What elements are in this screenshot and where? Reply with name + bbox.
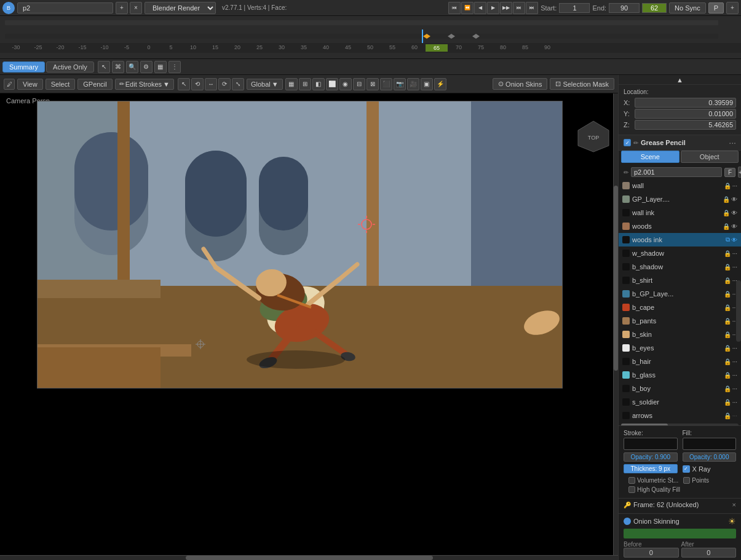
render-engine-dropdown[interactable]: Blender Render (145, 2, 216, 14)
view-menu[interactable]: View (17, 79, 43, 90)
select-mode-icon[interactable]: ↖ (178, 78, 190, 90)
layer-item-arrows[interactable]: arrows 🔒 ··· (619, 409, 741, 422)
lock-icon-wallink[interactable]: 🔒 (723, 210, 730, 216)
v-scrollbar[interactable] (613, 93, 618, 555)
move-icon[interactable]: ↔ (205, 78, 217, 90)
copy-icon-woodsink[interactable]: ⧉ (726, 236, 730, 243)
vp-icon5[interactable]: ◉ (339, 78, 352, 90)
cursor-icon[interactable]: ↖ (98, 61, 110, 73)
nav-next-key-btn[interactable]: ⏭ (513, 2, 525, 14)
f-button[interactable]: F (724, 168, 735, 177)
grid-icon[interactable]: ▦ (154, 61, 167, 73)
lock-icon-bpants[interactable]: 🔒 (724, 318, 731, 325)
nav-prev-btn[interactable]: ◀ (474, 2, 486, 14)
vis-icon-woodsink[interactable]: 👁 (731, 237, 737, 243)
after-value[interactable]: 0 (681, 548, 737, 558)
lock-icon-bhair[interactable]: 🔒 (724, 358, 731, 365)
selection-mask-button[interactable]: ⊡ Selection Mask (550, 78, 614, 90)
end-frame-input[interactable] (609, 3, 640, 13)
layer-item-beyes[interactable]: b_eyes 🔒 ··· (619, 341, 741, 355)
points-checkbox[interactable] (683, 477, 690, 484)
vis-icon-arrows[interactable]: ··· (732, 412, 737, 419)
layer-item-woodsink[interactable]: woods ink ⧉ 👁 (619, 233, 741, 246)
vis-icon-ssoldier[interactable]: ··· (732, 399, 737, 406)
lock-icon-bshadow[interactable]: 🔒 (724, 264, 731, 270)
data-name-input[interactable] (631, 167, 722, 177)
data-add-icon[interactable]: + (738, 167, 741, 178)
vis-icon-bglass[interactable]: ··· (732, 372, 737, 379)
before-value[interactable]: 0 (624, 548, 679, 558)
layer-item-bgp[interactable]: b_GP_Laye... 🔒 ··· (619, 287, 741, 301)
scale-icon[interactable]: ⤡ (232, 78, 244, 90)
nav-add-icon[interactable]: + (116, 2, 128, 14)
global-dropdown[interactable]: Global ▼ (247, 79, 283, 90)
lock-icon-woods[interactable]: 🔒 (723, 223, 730, 230)
active-only-button[interactable]: Active Only (46, 61, 94, 73)
object-tab[interactable]: Object (681, 151, 739, 163)
xray-checkbox[interactable]: ✓ (683, 465, 690, 473)
layer-item-bcape[interactable]: b_cape 🔒 ··· (619, 301, 741, 314)
p-button[interactable]: P (708, 2, 724, 14)
vp-icon8[interactable]: ⬛ (380, 78, 392, 90)
layer-item-gp[interactable]: GP_Layer.... 🔒 👁 (619, 192, 741, 206)
layer-item-bhair[interactable]: b_hair 🔒 ··· (619, 355, 741, 368)
vis-icon-bhair[interactable]: ··· (732, 358, 737, 365)
grease-pencil-checkbox[interactable]: ✓ (624, 139, 631, 146)
rotate-icon[interactable]: ⟳ (218, 78, 231, 90)
layer-item-bshadow[interactable]: b_shadow 🔒 ··· (619, 260, 741, 274)
gpencil-menu[interactable]: GPencil (77, 79, 113, 90)
onion-checkbox[interactable] (624, 518, 631, 525)
vp-icon9[interactable]: 📷 (394, 78, 406, 90)
layer-item-woods[interactable]: woods 🔒 👁 (619, 219, 741, 233)
vis-icon-wallink[interactable]: 👁 (731, 210, 737, 216)
lock-icon-bboy[interactable]: 🔒 (724, 385, 731, 392)
current-frame-input[interactable] (642, 3, 667, 13)
sun-icon[interactable]: ☀ (728, 516, 736, 526)
vis-icon-beyes[interactable]: ··· (732, 345, 737, 352)
lock-icon-bshirt[interactable]: 🔒 (724, 277, 731, 284)
stroke-opacity[interactable]: Opacity: 0.900 (624, 452, 678, 462)
lock-icon-arrows[interactable]: 🔒 (724, 412, 731, 419)
extra-icon[interactable]: + (726, 2, 739, 14)
section-menu-dots[interactable]: ··· (729, 138, 736, 148)
vis-icon-wall[interactable]: ··· (732, 183, 737, 189)
vp-icon3[interactable]: ◧ (312, 78, 325, 90)
nav-next-btn[interactable]: ▶▶ (500, 2, 512, 14)
filename-input[interactable] (17, 2, 113, 14)
volumetric-checkbox[interactable] (628, 477, 635, 484)
lock-icon-bglass[interactable]: 🔒 (724, 372, 731, 379)
lock-icon-bcape[interactable]: 🔒 (724, 304, 731, 311)
edit-strokes-dropdown[interactable]: ✏ Edit Strokes ▼ (115, 79, 174, 90)
lock-icon-beyes[interactable]: 🔒 (724, 345, 731, 352)
fill-color-block[interactable] (683, 438, 737, 450)
frame-close-btn[interactable]: × (732, 501, 736, 508)
lock-icon-wall[interactable]: 🔒 (724, 183, 731, 189)
vis-icon-wshadow[interactable]: ··· (732, 250, 737, 257)
nav-cube[interactable]: TOP (575, 118, 612, 155)
mode-icon[interactable]: 🖊 (4, 79, 15, 90)
onion-color-bar[interactable] (624, 529, 736, 538)
nav-last-btn[interactable]: ⏭ (526, 2, 538, 14)
marker-icon[interactable]: ⌘ (112, 61, 124, 73)
layer-item-wallink[interactable]: wall ink 🔒 👁 (619, 206, 741, 219)
vp-icon4[interactable]: ⬜ (326, 78, 338, 90)
layer-item-bglass[interactable]: b_glass 🔒 ··· (619, 368, 741, 382)
layer-item-bshirt[interactable]: b_shirt 🔒 ··· (619, 274, 741, 287)
layer-item-wshadow[interactable]: w_shadow 🔒 ··· (619, 246, 741, 260)
layer-item-bskin[interactable]: b_skin 🔒 ··· (619, 328, 741, 341)
layer-item-ssoldier[interactable]: s_soldier 🔒 ··· (619, 395, 741, 409)
vis-icon-gp[interactable]: 👁 (731, 196, 737, 203)
vp-icon10[interactable]: 🎥 (407, 78, 419, 90)
y-value-input[interactable] (635, 109, 736, 119)
nav-close-icon[interactable]: × (130, 2, 142, 14)
extra-icon2[interactable]: ⋮ (168, 61, 181, 73)
panel-vscroll[interactable] (736, 280, 741, 342)
select-menu[interactable]: Select (46, 79, 76, 90)
vp-icon2[interactable]: ⊞ (299, 78, 311, 90)
lock-icon-ssoldier[interactable]: 🔒 (724, 399, 731, 406)
search-icon[interactable]: 🔍 (126, 61, 138, 73)
vp-icon1[interactable]: ▦ (285, 78, 298, 90)
vp-icon7[interactable]: ⊠ (367, 78, 379, 90)
lock-icon-bskin[interactable]: 🔒 (724, 331, 731, 338)
onion-skins-button[interactable]: ⊙ Onion Skins (493, 78, 547, 90)
